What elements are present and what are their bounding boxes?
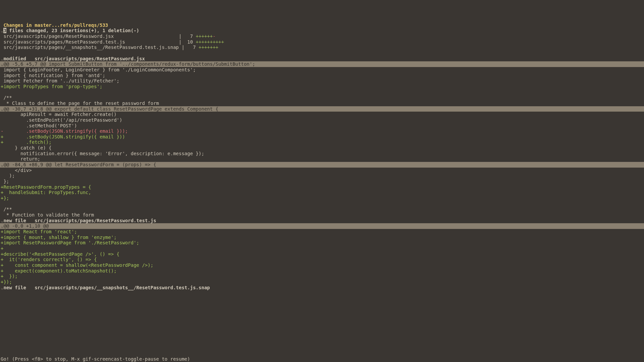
diff-line: +import ResetPasswordPage from './ResetP… <box>0 240 644 246</box>
diff-line: +import { mount, shallow } from 'enzyme'… <box>0 235 644 240</box>
diff-line: - .setBody(JSON.stringify({ email })); <box>0 128 644 134</box>
diff-line: return; <box>0 156 644 162</box>
diff-line: }; <box>0 179 644 184</box>
diff-section-header[interactable]: ⌄new file src/javascripts/pages/__snapsh… <box>0 285 644 291</box>
diff-line: +ResetPasswordForm.propTypes = { <box>0 184 644 190</box>
diff-line: +describe('<ResetPasswordPage />', () =>… <box>0 251 644 257</box>
diff-line: notification.error({ message: 'Error', d… <box>0 151 644 157</box>
diff-line: + it('renders correctly', () => { <box>0 257 644 262</box>
diff-line: * Function to validate the form <box>0 212 644 218</box>
diff-line: apiResult = await Fetcher.create() <box>0 112 644 117</box>
diff-line: +import PropTypes from 'prop-types'; <box>0 84 644 89</box>
diff-line: import Fetcher from '../utility/Fetcher'… <box>0 78 644 84</box>
diff-line: .setEndPoint('/api/resetPassword') <box>0 117 644 123</box>
diff-line: import { notification } from 'antd'; <box>0 73 644 78</box>
diff-title: Changes in master...refs/pullreqs/533 <box>0 22 644 28</box>
hunk-header[interactable]: ⌄@@ -5,6 +5,7 @@ import SubmitButton fro… <box>0 61 644 67</box>
blank-line <box>0 50 644 56</box>
diff-line: /** <box>0 206 644 212</box>
diff-line: ); <box>0 173 644 179</box>
diff-section-header[interactable]: ⌄modified src/javascripts/pages/ResetPas… <box>0 56 644 62</box>
diffstat-summary[interactable]: ⌄3 files changed, 23 insertions(+), 1 de… <box>0 28 644 34</box>
diff-line: +}; <box>0 195 644 201</box>
diff-line <box>0 89 644 95</box>
diff-line: * Class to define the page for the reset… <box>0 101 644 106</box>
diff-line: + expect(component).toMatchSnapshot(); <box>0 268 644 274</box>
diff-line: +import React from 'react'; <box>0 229 644 235</box>
diff-line: + const component = shallow(<ResetPasswo… <box>0 262 644 268</box>
diffstat-file[interactable]: src/javascripts/pages/__snapshots__/Rese… <box>0 45 644 50</box>
diff-line: + .setBody(JSON.stringify({ email })) <box>0 134 644 140</box>
diff-line: +}); <box>0 279 644 285</box>
diff-line: + .fetch(); <box>0 139 644 145</box>
diff-line <box>0 201 644 207</box>
diff-line: + <box>0 246 644 251</box>
hunk-header[interactable]: ⌄@@ -0,0 +1,10 @@ <box>0 223 644 229</box>
diff-line: + }); <box>0 274 644 279</box>
diff-section-header[interactable]: ⌄new file src/javascripts/pages/ResetPas… <box>0 218 644 224</box>
status-bar: Go! (Press <f8> to stop, M-x gif-screenc… <box>0 356 644 362</box>
diffstat-file[interactable]: src/javascripts/pages/ResetPassword.test… <box>0 39 644 45</box>
diff-line: /** <box>0 95 644 101</box>
diff-line: </div> <box>0 168 644 173</box>
diff-line: import { LoginFooter, LoginGreeter } fro… <box>0 67 644 73</box>
diff-line: + handleSubmit: PropTypes.func, <box>0 190 644 195</box>
diffstat-file[interactable]: src/javascripts/pages/ResetPassword.jsx … <box>0 34 644 39</box>
diff-line: } catch (e) { <box>0 145 644 151</box>
hunk-header[interactable]: ⌄@@ -30,7 +31,8 @@ export default class … <box>0 106 644 112</box>
hunk-header[interactable]: ⌄@@ -84,6 +86,9 @@ let ResetPasswordForm… <box>0 162 644 168</box>
diff-line: .setMethod('POST') <box>0 123 644 129</box>
